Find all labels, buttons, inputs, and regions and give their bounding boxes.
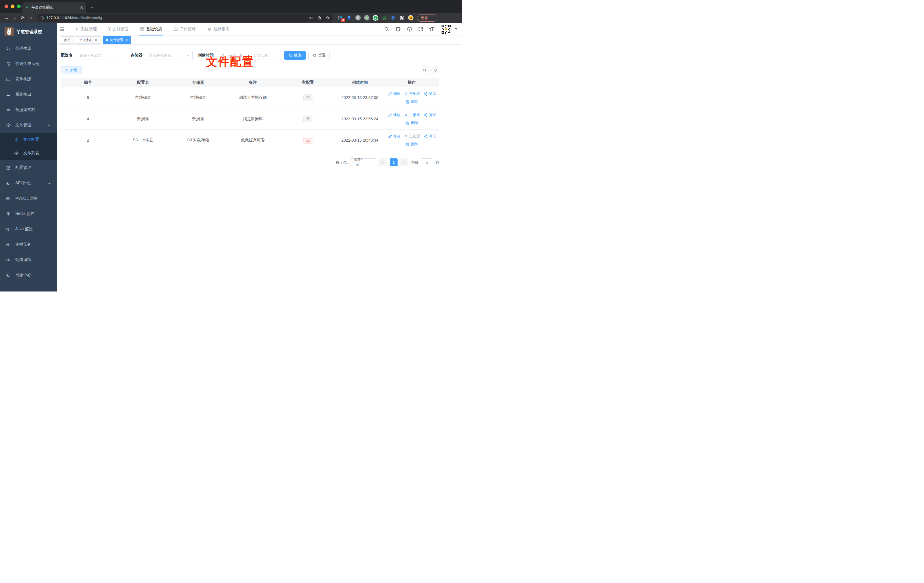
next-page-button[interactable] <box>401 159 408 166</box>
search-button-label: 搜索 <box>294 53 301 58</box>
tag-文件配置[interactable]: 文件配置✕ <box>103 36 131 44</box>
sidebar-item-表单构建[interactable]: 表单构建 <box>0 71 57 87</box>
row-created-time: 2022-03-15 23:56:24 <box>335 117 384 121</box>
test-link[interactable]: 测试 <box>423 134 436 139</box>
zoom-window-button[interactable] <box>17 5 21 8</box>
home-icon[interactable]: ⌂ <box>27 15 35 20</box>
browser-menu-dots-icon[interactable]: ⋮ <box>430 17 434 18</box>
forward-icon[interactable]: → <box>11 15 19 20</box>
sidebar-item-系统接口[interactable]: 系统接口 <box>0 87 57 102</box>
refresh-table-button[interactable] <box>431 66 439 74</box>
test-link[interactable]: 测试 <box>423 112 436 117</box>
config-name-input[interactable] <box>76 51 124 60</box>
puzzle-extension-icon[interactable] <box>399 15 405 21</box>
delete-link[interactable]: 删除 <box>405 142 418 147</box>
kite-extension-icon[interactable] <box>346 15 352 21</box>
sidebar-item-label: 数据库文档 <box>15 107 35 112</box>
sidebar-item-链路追踪[interactable]: 链路追踪 <box>0 252 57 268</box>
test-link[interactable]: 测试 <box>423 91 436 96</box>
github-icon[interactable] <box>395 26 401 32</box>
eye-extension-icon[interactable] <box>390 15 396 21</box>
goto-page-input[interactable] <box>421 159 433 166</box>
search-button[interactable]: 搜索 <box>284 51 306 60</box>
help-icon[interactable] <box>407 26 412 32</box>
emoji-extension-icon[interactable] <box>408 15 414 21</box>
storage-select[interactable]: 请选择存储器 <box>146 51 193 60</box>
trash-icon <box>405 121 410 126</box>
top-nav-基础设施[interactable]: 基础设施 <box>134 23 168 35</box>
prev-page-button[interactable] <box>379 159 387 166</box>
minimize-window-button[interactable] <box>11 5 15 8</box>
user-avatar-qr[interactable] <box>441 24 451 34</box>
site-info-icon[interactable] <box>40 16 44 20</box>
font-size-icon[interactable]: TT <box>429 26 435 32</box>
tab-close-icon[interactable]: ✕ <box>80 5 83 10</box>
new-tab-button[interactable]: + <box>90 4 94 11</box>
delete-link[interactable]: 删除 <box>405 121 418 126</box>
fullscreen-icon[interactable] <box>418 26 423 32</box>
sidebar-item-API-日志[interactable]: API 日志 <box>0 175 57 191</box>
address-bar[interactable]: 127.0.0.1:1024/infra/file/file-config <box>37 14 333 21</box>
sidebar-item-MySQL-监控[interactable]: MySQL 监控 <box>0 191 57 206</box>
share-page-icon[interactable] <box>317 16 322 20</box>
tag-个人中心[interactable]: 个人中心✕ <box>76 36 101 44</box>
sidebar-item-代码生成示例[interactable]: 代码生成示例 <box>0 56 57 71</box>
v-extension-icon[interactable]: V <box>373 15 378 21</box>
form-icon <box>6 77 11 82</box>
top-nav-系统管理[interactable]: 系统管理 <box>69 23 102 35</box>
column-header: 创建时间 <box>335 80 384 85</box>
sidebar-item-代码生成[interactable]: 代码生成 <box>0 41 57 56</box>
date-end-input[interactable] <box>251 53 271 58</box>
sidebar-item-配置管理[interactable]: 配置管理 <box>0 160 57 175</box>
yen-icon: ¥ <box>108 27 111 31</box>
tag-首页[interactable]: 首页 <box>61 36 74 44</box>
storage-select-placeholder: 请选择存储器 <box>149 53 186 58</box>
record-extension-icon[interactable] <box>364 15 370 21</box>
star-extension-icon[interactable] <box>381 15 387 21</box>
edit-link[interactable]: 修改 <box>388 112 401 117</box>
password-key-icon[interactable] <box>309 16 313 20</box>
sidebar-item-Redis-监控[interactable]: Redis 监控 <box>0 206 57 221</box>
add-button[interactable]: 新增 <box>61 66 81 74</box>
sidebar-item-文件列表[interactable]: 文件列表 <box>0 147 57 160</box>
show-search-toggle-button[interactable] <box>421 66 429 74</box>
top-nav-支付管理[interactable]: ¥支付管理 <box>102 23 134 35</box>
date-start-input[interactable] <box>226 53 246 58</box>
timer-icon <box>6 242 11 247</box>
browser-update-button[interactable]: 更新 ⋮ <box>417 14 437 21</box>
avatar-dropdown-caret-icon[interactable]: ▼ <box>455 28 457 31</box>
sidebar-item-文件配置[interactable]: 文件配置 <box>0 133 57 147</box>
tag-close-icon[interactable]: ✕ <box>125 38 128 42</box>
sidebar-item-定时任务[interactable]: 定时任务 <box>0 237 57 252</box>
page-size-select[interactable]: 10条/页 <box>350 159 376 166</box>
master-link[interactable]: 主配置 <box>404 112 420 117</box>
close-window-button[interactable] <box>5 5 8 8</box>
sidebar-item-数据库文档[interactable]: 数据库文档 <box>0 102 57 117</box>
top-nav-工作流程[interactable]: 工作流程 <box>168 23 201 35</box>
bookmark-star-icon[interactable] <box>325 16 330 20</box>
pin-extension-icon[interactable]: 11 <box>337 15 343 21</box>
reload-icon[interactable]: ⟳ <box>19 15 27 20</box>
back-icon[interactable]: ← <box>3 15 11 20</box>
search-icon[interactable] <box>384 26 389 32</box>
date-range-picker[interactable]: - <box>217 51 281 60</box>
reset-button[interactable]: 重置 <box>309 51 330 60</box>
sidebar-item-文件管理[interactable]: 文件管理 <box>0 117 57 133</box>
page-number-button[interactable]: 1 <box>389 159 398 166</box>
edit-link[interactable]: 修改 <box>388 134 401 139</box>
window-controls[interactable] <box>5 5 21 8</box>
app-logo-row[interactable]: 芋道管理系统 <box>0 23 57 41</box>
master-link[interactable]: 主配置 <box>404 91 420 96</box>
master-link[interactable]: 主配置 <box>404 134 420 139</box>
row-config-name: 数据库 <box>115 116 171 122</box>
delete-link[interactable]: 删除 <box>405 99 418 104</box>
sidebar-item-日志中心[interactable]: 日志中心 <box>0 268 57 283</box>
edit-link[interactable]: 修改 <box>388 91 401 96</box>
tag-close-icon[interactable]: ✕ <box>94 38 97 42</box>
top-nav-统计报表[interactable]: 统计报表 <box>201 23 235 35</box>
pencil-icon <box>388 91 393 96</box>
sidebar-item-Java-监控[interactable]: Java 监控 <box>0 221 57 237</box>
sidebar-fold-icon[interactable] <box>59 27 65 32</box>
command-extension-icon[interactable]: ⌘ <box>355 15 361 21</box>
browser-tab[interactable]: 芋道管理系统 ✕ <box>22 2 86 13</box>
